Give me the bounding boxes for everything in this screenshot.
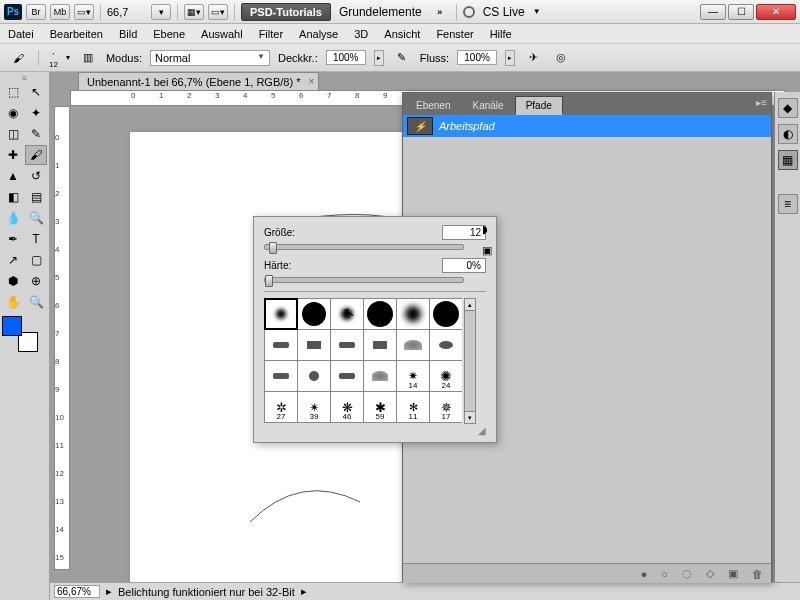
preset-hard-large[interactable] <box>298 299 330 329</box>
workspace-more[interactable]: » <box>430 4 450 20</box>
history-brush-tool[interactable]: ↺ <box>25 166 47 186</box>
menu-3d[interactable]: 3D <box>354 28 368 40</box>
menu-bearbeiten[interactable]: Bearbeiten <box>50 28 103 40</box>
menu-fenster[interactable]: Fenster <box>436 28 473 40</box>
brush-new-preset-icon[interactable]: ▣ <box>482 244 492 257</box>
airbrush-icon[interactable]: ✈ <box>523 48 543 68</box>
size-slider[interactable] <box>264 244 464 250</box>
flow-input[interactable]: 100% <box>457 50 497 65</box>
wand-tool[interactable]: ✦ <box>25 103 47 123</box>
preset-flat-5[interactable] <box>265 361 297 391</box>
foreground-color[interactable] <box>2 316 22 336</box>
zoom-display[interactable]: 66,7 <box>107 6 147 18</box>
move-tool[interactable]: ⬚ <box>2 82 24 102</box>
path-row-arbeitspfad[interactable]: ⚡ Arbeitspfad <box>403 115 771 137</box>
preset-fan-2[interactable] <box>364 361 396 391</box>
fill-path-icon[interactable]: ● <box>641 568 648 580</box>
delete-path-icon[interactable]: 🗑 <box>752 568 763 580</box>
opacity-input[interactable]: 100% <box>326 50 366 65</box>
3d-camera-tool[interactable]: ⊕ <box>25 271 47 291</box>
brush-flyout-icon[interactable]: ◗ <box>482 223 492 236</box>
stroke-path-icon[interactable]: ○ <box>661 568 668 580</box>
menu-filter[interactable]: Filter <box>259 28 283 40</box>
size-input[interactable] <box>442 225 486 240</box>
preset-soft-small[interactable] <box>265 299 297 329</box>
preset-46[interactable]: ❋46 <box>331 392 363 422</box>
preset-round-2[interactable] <box>298 361 330 391</box>
preset-flat-2[interactable] <box>298 330 330 360</box>
menu-analyse[interactable]: Analyse <box>299 28 338 40</box>
gradient-tool[interactable]: ▤ <box>25 187 47 207</box>
tab-kanaele[interactable]: Kanäle <box>461 96 514 115</box>
dock-history-icon[interactable]: ≡ <box>778 194 798 214</box>
brush-panel-toggle[interactable]: ▥ <box>78 48 98 68</box>
workspace-psdtutorials[interactable]: PSD-Tutorials <box>241 3 331 21</box>
view-extras-button[interactable]: ▦▾ <box>184 4 204 20</box>
bridge-button[interactable]: Br <box>26 4 46 20</box>
eraser-tool[interactable]: ◧ <box>2 187 24 207</box>
selection-to-path-icon[interactable]: ◇ <box>706 567 714 580</box>
menu-auswahl[interactable]: Auswahl <box>201 28 243 40</box>
path-to-selection-icon[interactable]: ◌ <box>682 567 692 580</box>
preset-flat-3[interactable] <box>331 330 363 360</box>
maximize-button[interactable]: ☐ <box>728 4 754 20</box>
stamp-tool[interactable]: ▲ <box>2 166 24 186</box>
preset-flat-4[interactable] <box>364 330 396 360</box>
dock-swatches-icon[interactable]: ◆ <box>778 98 798 118</box>
color-swatches[interactable] <box>2 316 46 352</box>
menu-bild[interactable]: Bild <box>119 28 137 40</box>
tab-ebenen[interactable]: Ebenen <box>405 96 461 115</box>
preset-59[interactable]: ✱59 <box>364 392 396 422</box>
type-tool[interactable]: T <box>25 229 47 249</box>
preset-27[interactable]: ✲27 <box>265 392 297 422</box>
opacity-arrow[interactable]: ▸ <box>374 50 384 66</box>
document-tab[interactable]: Unbenannt-1 bei 66,7% (Ebene 1, RGB/8) *… <box>78 72 319 90</box>
pen-tool[interactable]: ✒ <box>2 229 24 249</box>
minibridge-button[interactable]: Mb <box>50 4 70 20</box>
brush-tool-icon[interactable]: 🖌 <box>8 48 28 68</box>
resize-grip-icon[interactable]: ◢ <box>264 425 486 436</box>
preset-flat-1[interactable] <box>265 330 297 360</box>
mode-select[interactable]: Normal <box>150 50 270 66</box>
status-arrow-icon[interactable]: ▸ <box>106 585 112 598</box>
preset-hard-xxl[interactable] <box>430 299 462 329</box>
hardness-input[interactable] <box>442 258 486 273</box>
tab-pfade[interactable]: Pfade <box>515 96 563 115</box>
preset-splatter-24[interactable]: ✺24 <box>430 361 462 391</box>
crop-tool[interactable]: ◫ <box>2 124 24 144</box>
menu-ansicht[interactable]: Ansicht <box>384 28 420 40</box>
preset-39[interactable]: ✴39 <box>298 392 330 422</box>
healing-tool[interactable]: ✚ <box>2 145 24 165</box>
zoom-tool[interactable]: 🔍 <box>25 292 47 312</box>
flow-arrow[interactable]: ▸ <box>505 50 515 66</box>
eyedropper-tool[interactable]: ✎ <box>25 124 47 144</box>
arrange-button[interactable]: ▭▾ <box>208 4 228 20</box>
workspace-grundelemente[interactable]: Grundelemente <box>335 5 426 19</box>
close-button[interactable]: ✕ <box>756 4 796 20</box>
blur-tool[interactable]: 💧 <box>2 208 24 228</box>
zoom-dropdown[interactable]: ▾ <box>151 4 171 20</box>
hand-tool[interactable]: ✋ <box>2 292 24 312</box>
dock-layers-icon[interactable]: ▦ <box>778 150 798 170</box>
preset-splatter-14[interactable]: ✷14 <box>397 361 429 391</box>
menu-ebene[interactable]: Ebene <box>153 28 185 40</box>
zoom-input[interactable]: 66,67% <box>54 585 100 598</box>
new-path-icon[interactable]: ▣ <box>728 567 738 580</box>
preset-fan[interactable] <box>397 330 429 360</box>
3d-tool[interactable]: ⬢ <box>2 271 24 291</box>
lasso-tool[interactable]: ◉ <box>2 103 24 123</box>
minimize-button[interactable]: — <box>700 4 726 20</box>
cslive-button[interactable]: CS Live <box>479 5 529 19</box>
status-menu-arrow[interactable]: ▸ <box>301 585 307 598</box>
path-select-tool[interactable]: ↗ <box>2 250 24 270</box>
brush-size-preview[interactable]: · 12 <box>49 46 58 69</box>
preset-flat-6[interactable] <box>331 361 363 391</box>
preset-11[interactable]: ✻11 <box>397 392 429 422</box>
tab-close-icon[interactable]: × <box>309 76 315 87</box>
dodge-tool[interactable]: 🔍 <box>25 208 47 228</box>
dock-adjustments-icon[interactable]: ◐ <box>778 124 798 144</box>
pressure-opacity-icon[interactable]: ✎ <box>392 48 412 68</box>
presets-scrollbar[interactable]: ▴▾ <box>464 298 476 424</box>
brush-tool[interactable]: 🖌 <box>25 145 47 165</box>
shape-tool[interactable]: ▢ <box>25 250 47 270</box>
